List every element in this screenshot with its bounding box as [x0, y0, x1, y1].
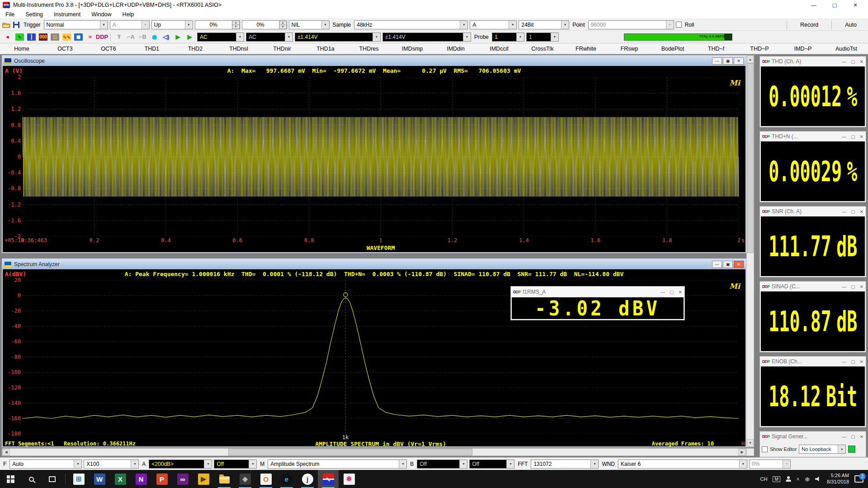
excel-app[interactable]: X — [110, 470, 131, 488]
tab-thd~p[interactable]: THD~P — [738, 43, 781, 54]
file-explorer-app[interactable] — [214, 470, 235, 488]
minimize-icon[interactable]: — — [842, 59, 846, 64]
tab-home[interactable]: Home — [0, 43, 43, 54]
bit-resolution-select[interactable]: 24Bit▼ — [519, 20, 569, 29]
spin-up-icon[interactable]: ▲ — [232, 21, 240, 25]
scroll-right-icon[interactable]: ▶ — [738, 449, 746, 455]
close-icon[interactable]: ✕ — [734, 261, 744, 268]
close-icon[interactable]: ✕ — [845, 0, 865, 9]
data-logger-icon[interactable]: ∿∿ — [61, 32, 72, 42]
maximize-icon[interactable]: ▢ — [825, 0, 844, 9]
speaker-icon[interactable] — [815, 476, 821, 482]
run-channel-b-icon[interactable]: ▶ — [184, 32, 195, 42]
snr-meter-window[interactable]: DDP SNR (Ch. A) —▢✕ 111.77dB — [760, 206, 866, 277]
tab-imdsmp[interactable]: IMDsmp — [391, 43, 434, 54]
menu-file[interactable]: File — [5, 11, 14, 18]
chevron-down-icon[interactable]: ▼ — [399, 460, 406, 468]
x-zoom-select[interactable]: X100▼ — [84, 460, 139, 469]
minimize-icon[interactable]: — — [712, 57, 722, 65]
chevron-down-icon[interactable]: ▼ — [739, 460, 747, 468]
multimeter-icon[interactable]: 000 — [38, 32, 49, 42]
minimize-icon[interactable]: — — [842, 134, 846, 139]
clock[interactable]: 5:26 AM 8/31/2018 — [827, 473, 849, 485]
tab-thdres[interactable]: THDres — [347, 43, 391, 54]
loopback-select[interactable]: No Loopback▼ — [799, 445, 846, 454]
f1rms-title-bar[interactable]: DDP f1RMS_A — ▢ ✕ — [511, 286, 684, 297]
tab-thd1a[interactable]: THD1a — [304, 43, 347, 54]
minimize-icon[interactable]: — — [842, 209, 846, 214]
close-icon[interactable]: ✕ — [860, 134, 863, 139]
maximize-icon[interactable]: ▢ — [851, 209, 855, 214]
minimize-icon[interactable]: — — [660, 290, 665, 295]
menu-help[interactable]: Help — [123, 11, 134, 18]
chevron-down-icon[interactable]: ▼ — [249, 460, 256, 468]
record-icon[interactable]: ● — [2, 32, 14, 42]
maximize-icon[interactable]: ▢ — [851, 59, 855, 64]
chevron-down-icon[interactable]: ▼ — [838, 445, 845, 453]
tab-thd~f[interactable]: THD~f — [694, 43, 738, 54]
chevron-down-icon[interactable]: ▼ — [373, 33, 380, 41]
tab-thd1[interactable]: THD1 — [130, 43, 174, 54]
restore-icon[interactable]: ▣ — [723, 261, 733, 268]
multi-instrument-app[interactable]: ∿ — [318, 470, 339, 488]
spectrum-analyzer-icon[interactable]: ▕▏ — [26, 32, 37, 42]
save-icon[interactable] — [12, 21, 20, 28]
cursor-reader-icon[interactable]: Ŧ — [113, 32, 125, 42]
close-icon[interactable]: ✕ — [679, 290, 682, 295]
sampling-rate-select[interactable]: 48kHz▼ — [354, 20, 468, 29]
chevron-down-icon[interactable]: ▼ — [590, 460, 598, 468]
thdn-meter-window[interactable]: DDP THD+N (... —▢✕ 0.00029% — [760, 131, 866, 202]
spin-down-icon[interactable]: ▼ — [232, 25, 240, 29]
action-center-icon[interactable]: 2 — [854, 475, 863, 483]
restore-icon[interactable]: ▣ — [723, 57, 733, 65]
maximize-icon[interactable]: ▢ — [851, 284, 855, 289]
chevron-down-icon[interactable]: ▼ — [561, 21, 569, 29]
generator-on-button[interactable] — [848, 446, 855, 453]
close-icon[interactable]: ✕ — [860, 284, 863, 289]
onenote-app[interactable]: N — [131, 470, 151, 488]
frequency-axis-select[interactable]: Auto▼ — [9, 460, 82, 469]
tab-imd~p[interactable]: IMD~P — [781, 43, 825, 54]
enob-meter-window[interactable]: DDP ENOB (Ch... —▢✕ 18.12Bit — [760, 356, 866, 427]
ddp-viewer-icon[interactable]: ▦ — [73, 32, 84, 42]
chevron-down-icon[interactable]: ▼ — [204, 460, 212, 468]
oscilloscope-title-bar[interactable]: Oscilloscope — ▣ ✕ — [3, 56, 745, 66]
spectrum-3d-plot-icon[interactable]: ◫ — [49, 32, 61, 42]
vertical-scrollbar[interactable]: ▲ ▼ — [746, 55, 754, 447]
probe-a-select[interactable]: 1▼ — [492, 33, 524, 42]
close-icon[interactable]: ✕ — [860, 434, 863, 439]
tab-oct6[interactable]: OCT6 — [87, 43, 130, 54]
tab-thd2[interactable]: THD2 — [174, 43, 217, 54]
horizontal-scrollbar[interactable]: ◀ ▶ — [2, 448, 746, 456]
ime-indicator[interactable]: M — [773, 476, 780, 482]
record-button[interactable]: Record — [791, 22, 827, 28]
minimize-icon[interactable]: — — [842, 359, 846, 364]
start-button[interactable] — [0, 470, 21, 488]
menu-setting[interactable]: Setting — [25, 11, 43, 18]
device-test-plan-icon[interactable]: DDP — [96, 32, 108, 42]
chevron-down-icon[interactable]: ▼ — [185, 21, 193, 29]
roll-checkbox[interactable] — [676, 22, 682, 28]
sound-device-icon[interactable]: ◁) — [160, 32, 172, 42]
spectrum-title-bar[interactable]: Spectrum Analyzer — ▣ ✕ — [3, 259, 745, 269]
powerpoint-app[interactable]: P — [151, 470, 172, 488]
chevron-down-icon[interactable]: ▼ — [74, 460, 81, 468]
people-icon[interactable] — [786, 476, 791, 482]
tab-bodeplot[interactable]: BodePlot — [651, 43, 694, 54]
probe-calibration-icon[interactable]: ◉ — [149, 32, 160, 42]
oscilloscope-icon[interactable]: ∿ — [14, 32, 25, 42]
f1rms-window[interactable]: DDP f1RMS_A — ▢ ✕ -3.02 dBV — [510, 286, 685, 320]
scrollbar-thumb[interactable] — [747, 63, 754, 253]
menu-window[interactable]: Window — [91, 11, 111, 18]
language-indicator[interactable]: CH — [760, 476, 767, 482]
trigger-edge-select[interactable]: Up▼ — [151, 20, 193, 29]
maximize-icon[interactable]: ▢ — [851, 434, 855, 439]
tab-imdccif[interactable]: IMDccif — [477, 43, 521, 54]
tab-frswp[interactable]: FRswp — [608, 43, 651, 54]
tab-thdnir[interactable]: THDnir — [260, 43, 304, 54]
scrollbar-thumb[interactable] — [228, 449, 472, 455]
labview-app[interactable]: ▶ — [193, 470, 214, 488]
tab-frwhite[interactable]: FRwhite — [564, 43, 608, 54]
close-icon[interactable]: ✕ — [860, 209, 863, 214]
chevron-down-icon[interactable]: ▼ — [131, 460, 138, 468]
